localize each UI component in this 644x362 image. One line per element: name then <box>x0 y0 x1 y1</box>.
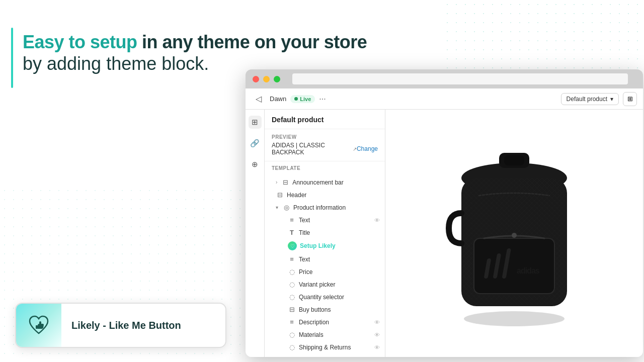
preview-product-name: ADIDAS | CLASSIC BACKPACK ↗ <box>272 142 357 156</box>
heading-highlight: Easy to setup <box>23 32 137 52</box>
variant-icon: ◌ <box>288 281 296 288</box>
tree-item-text-1[interactable]: ≡ Text 👁 <box>265 214 385 226</box>
quantity-icon: ◌ <box>288 293 296 301</box>
materials-icon: ◌ <box>288 331 296 338</box>
tree-item-product-information[interactable]: ▾ ◎ Product information <box>265 201 385 214</box>
tree-label-description: Description <box>299 319 371 326</box>
tree-label-text-1: Text <box>299 217 371 224</box>
card-text: Likely - Like Me Button <box>71 320 181 331</box>
sections-icon: ⊞ <box>252 118 258 127</box>
sidebar-assets-button[interactable]: 🔗 <box>249 137 262 150</box>
tree-label-title: Title <box>299 229 380 236</box>
tree-label-price: Price <box>299 268 380 276</box>
topbar-left: ◁ Dawn Live ··· <box>252 92 326 106</box>
chevron-icon: › <box>276 179 277 185</box>
topbar-right: Default product ▾ ⊞ <box>561 92 637 106</box>
tree-label-announcement-bar: Announcement bar <box>292 179 380 186</box>
heading-rest: in any theme on your store <box>142 32 367 52</box>
heading-area: Easy to setup in any theme on your store… <box>23 31 367 74</box>
svg-rect-12 <box>504 155 524 165</box>
change-product-button[interactable]: Change <box>357 145 378 152</box>
tree-label-header: Header <box>287 192 380 199</box>
tree-label-setup-likely: Setup Likely <box>300 242 380 249</box>
tree-item-setup-likely[interactable]: ♡ Setup Likely <box>265 239 385 253</box>
sidebar-sections-button[interactable]: ⊞ <box>249 116 262 129</box>
card-icon-svg <box>26 312 52 338</box>
editor-topbar: ◁ Dawn Live ··· Default product ▾ ⊞ <box>246 88 643 110</box>
browser-titlebar <box>246 69 643 88</box>
tree-item-buy-buttons[interactable]: ⊟ Buy buttons <box>265 303 385 316</box>
svg-point-6 <box>512 233 517 238</box>
icon-sidebar: ⊞ 🔗 ⊕ <box>246 110 265 357</box>
panel-title: Default product <box>272 116 378 124</box>
dropdown-arrow-icon: ▾ <box>610 96 613 103</box>
visibility-icon-ship: 👁 <box>374 344 380 350</box>
product-icon: ◎ <box>282 204 290 211</box>
tree-item-announcement-bar[interactable]: › ⊟ Announcement bar <box>265 176 385 189</box>
title-icon: T <box>288 229 296 236</box>
tree-item-variant-picker[interactable]: ◌ Variant picker <box>265 278 385 291</box>
tree-label-variant-picker: Variant picker <box>299 281 380 288</box>
visibility-icon-1: 👁 <box>374 217 380 223</box>
left-accent-bar <box>11 28 13 88</box>
card-icon-area <box>16 304 61 347</box>
panel-preview-section: PREVIEW ADIDAS | CLASSIC BACKPACK ↗ Chan… <box>265 129 385 161</box>
tree-item-quantity-selector[interactable]: ◌ Quantity selector <box>265 291 385 303</box>
backpack-image: adidas <box>434 138 595 329</box>
visibility-icon-desc: 👁 <box>374 319 380 325</box>
price-icon: ◌ <box>288 268 296 276</box>
template-section-label: TEMPLATE <box>265 161 385 173</box>
preview-product-row: ADIDAS | CLASSIC BACKPACK ↗ Change <box>272 142 378 156</box>
tree-item-shipping-returns[interactable]: ◌ Shipping & Returns 👁 <box>265 341 385 353</box>
text-icon: ≡ <box>288 216 296 224</box>
sidebar-apps-button[interactable]: ⊕ <box>249 158 262 171</box>
browser-content: ◁ Dawn Live ··· Default product ▾ ⊞ <box>246 88 643 357</box>
tree-item-text-2[interactable]: ≡ Text <box>265 253 385 265</box>
preview-pane: adidas <box>385 110 643 357</box>
back-button[interactable]: ◁ <box>252 92 266 106</box>
browser-window: ◁ Dawn Live ··· Default product ▾ ⊞ <box>246 69 643 357</box>
card-text-area: Likely - Like Me Button <box>61 320 191 331</box>
svg-point-0 <box>464 311 565 326</box>
tree-item-title[interactable]: T Title <box>265 226 385 239</box>
product-dropdown[interactable]: Default product ▾ <box>561 93 619 105</box>
preview-label: PREVIEW <box>272 134 378 140</box>
tree-item-header[interactable]: ⊟ Header <box>265 189 385 201</box>
tree-label-product-information: Product information <box>293 204 380 211</box>
editor-main: ⊞ 🔗 ⊕ Default product PREVIEW <box>246 110 643 357</box>
product-dropdown-label: Default product <box>567 96 607 103</box>
svg-text:adidas: adidas <box>517 266 540 275</box>
likely-icon: ♡ <box>288 241 297 250</box>
theme-name: Dawn <box>270 95 286 103</box>
shipping-icon: ◌ <box>288 343 296 351</box>
section-icon: ⊟ <box>281 178 289 186</box>
browser-dot-yellow[interactable] <box>263 76 270 82</box>
topbar-more-button[interactable]: ··· <box>319 95 326 104</box>
section-icon: ⊟ <box>276 191 284 199</box>
tree-item-price[interactable]: ◌ Price <box>265 265 385 278</box>
tree-label-shipping-returns: Shipping & Returns <box>299 344 371 351</box>
browser-address-bar[interactable] <box>292 73 628 84</box>
tree-label-quantity-selector: Quantity selector <box>299 294 380 301</box>
tree-item-description[interactable]: ≡ Description 👁 <box>265 316 385 328</box>
assets-icon: 🔗 <box>250 139 260 148</box>
panel-header: Default product <box>265 110 385 129</box>
tree-item-materials[interactable]: ◌ Materials 👁 <box>265 328 385 341</box>
visibility-icon-mat: 👁 <box>374 332 380 338</box>
live-badge: Live <box>290 95 315 103</box>
external-link-icon[interactable]: ↗ <box>353 146 357 152</box>
browser-dot-red[interactable] <box>253 76 259 82</box>
browser-dot-green[interactable] <box>274 76 280 82</box>
heading-line1: Easy to setup in any theme on your store <box>23 31 367 53</box>
live-dot <box>294 97 298 101</box>
svg-rect-13 <box>36 325 38 329</box>
layout-toggle-button[interactable]: ⊞ <box>623 92 637 106</box>
description-icon: ≡ <box>288 318 296 326</box>
panel-tree: › ⊟ Announcement bar ⊟ Header ▾ ◎ Produc… <box>265 173 385 357</box>
chevron-down-icon: ▾ <box>276 205 278 210</box>
buy-icon: ⊟ <box>288 306 296 313</box>
tree-label-materials: Materials <box>299 331 371 338</box>
layout-icon: ⊞ <box>627 95 633 103</box>
editor-panel: Default product PREVIEW ADIDAS | CLASSIC… <box>265 110 385 357</box>
bottom-card: Likely - Like Me Button <box>15 303 226 348</box>
